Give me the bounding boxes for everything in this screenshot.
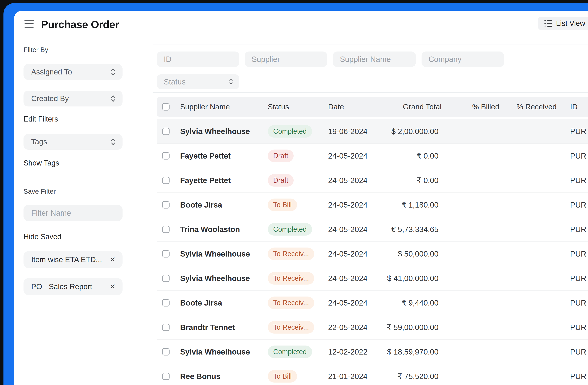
- grand-total-cell: $ 41,00,000.00: [385, 274, 439, 283]
- table-row[interactable]: Trina Woolaston Completed 24-05-2024 € 5…: [157, 217, 588, 242]
- row-checkbox[interactable]: [162, 128, 169, 135]
- id-cell: PUR: [570, 201, 586, 209]
- header-divider: [153, 45, 588, 45]
- chevron-up-down-icon: [110, 94, 116, 103]
- grand-total-cell: ₹ 75,520.00: [385, 372, 439, 381]
- date-cell: 24-05-2024: [328, 176, 368, 185]
- grand-total-cell: ₹ 9,440.00: [385, 298, 439, 307]
- id-cell: PUR: [570, 176, 586, 185]
- column-header-status[interactable]: Status: [268, 103, 289, 111]
- hamburger-menu-icon[interactable]: [24, 20, 34, 28]
- column-header-received[interactable]: % Received: [517, 103, 557, 111]
- row-checkbox[interactable]: [162, 152, 169, 159]
- grand-total-cell: $ 50,000.00: [385, 249, 439, 258]
- page-title: Purchase Order: [41, 18, 119, 31]
- grand-total-cell: $ 2,00,000.00: [385, 127, 439, 136]
- supplier-name-cell: Boote Jirsa: [180, 201, 222, 209]
- row-checkbox[interactable]: [162, 275, 169, 282]
- id-filter-input[interactable]: [157, 51, 239, 67]
- row-checkbox[interactable]: [162, 299, 169, 307]
- assigned-to-select[interactable]: Assigned To: [23, 64, 123, 80]
- status-filter-select[interactable]: Status: [157, 74, 239, 89]
- row-checkbox[interactable]: [162, 177, 169, 184]
- status-badge: To Receiv...: [268, 296, 314, 309]
- column-header-billed[interactable]: % Billed: [472, 103, 499, 111]
- table-row[interactable]: Brandtr Tennet To Receiv... 22-05-2024 ₹…: [157, 315, 588, 340]
- row-checkbox[interactable]: [162, 373, 169, 380]
- status-badge: Completed: [268, 125, 312, 137]
- saved-filter-item[interactable]: PO - Sales Report ✕: [23, 278, 123, 295]
- status-cell: Completed: [268, 125, 312, 137]
- status-cell: To Receiv...: [268, 321, 314, 334]
- list-view-label: List View: [556, 19, 585, 28]
- supplier-name-filter-input[interactable]: [333, 51, 416, 67]
- close-icon[interactable]: ✕: [110, 283, 116, 290]
- table-row[interactable]: Sylvia Wheelhouse To Receiv... 24-05-202…: [157, 266, 588, 291]
- date-cell: 19-06-2024: [328, 127, 368, 136]
- row-checkbox[interactable]: [162, 348, 169, 356]
- table-row[interactable]: Sylvia Wheelhouse Completed 12-02-2022 $…: [157, 340, 588, 364]
- supplier-name-cell: Trina Woolaston: [180, 225, 240, 234]
- grand-total-cell: ₹ 0.00: [385, 151, 439, 160]
- column-header-id[interactable]: ID: [570, 103, 578, 111]
- company-filter-input[interactable]: [421, 51, 504, 67]
- date-cell: 12-02-2022: [328, 348, 368, 356]
- id-cell: PUR: [570, 127, 586, 136]
- filter-name-input[interactable]: [23, 205, 123, 221]
- table-row[interactable]: Fayette Pettet Draft 24-05-2024 ₹ 0.00 P…: [157, 168, 588, 193]
- table-header: Supplier Name Status Date Grand Total % …: [157, 97, 588, 117]
- table-row[interactable]: Ree Bonus To Bill 21-01-2024 ₹ 75,520.00…: [157, 364, 588, 385]
- status-cell: Completed: [268, 345, 312, 358]
- row-checkbox[interactable]: [162, 201, 169, 208]
- list-view-button[interactable]: List View: [538, 17, 588, 30]
- id-cell: PUR: [570, 274, 586, 283]
- id-cell: PUR: [570, 299, 586, 307]
- date-cell: 24-05-2024: [328, 225, 368, 234]
- status-cell: To Receiv...: [268, 296, 314, 309]
- grand-total-cell: ₹ 1,180.00: [385, 200, 439, 209]
- column-header-supplier-name[interactable]: Supplier Name: [180, 103, 230, 111]
- status-badge: To Receiv...: [268, 321, 314, 334]
- status-badge: Draft: [268, 174, 294, 186]
- row-checkbox[interactable]: [162, 324, 169, 331]
- grand-total-cell: ₹ 0.00: [385, 176, 439, 185]
- filters-divider: [153, 92, 588, 93]
- edit-filters-link[interactable]: Edit Filters: [23, 115, 58, 123]
- date-cell: 24-05-2024: [328, 152, 368, 160]
- row-checkbox[interactable]: [162, 226, 169, 233]
- grand-total-cell: € 5,73,334.65: [385, 225, 439, 234]
- table-row[interactable]: Fayette Pettet Draft 24-05-2024 ₹ 0.00 P…: [157, 144, 588, 168]
- table-row[interactable]: Boote Jirsa To Receiv... 24-05-2024 ₹ 9,…: [157, 291, 588, 315]
- status-badge: To Receiv...: [268, 248, 314, 260]
- supplier-name-cell: Sylvia Wheelhouse: [180, 348, 250, 356]
- supplier-name-cell: Boote Jirsa: [180, 299, 222, 307]
- status-cell: To Receiv...: [268, 272, 314, 285]
- list-view-icon: [545, 20, 553, 27]
- table-body: Sylvia Wheelhouse Completed 19-06-2024 $…: [157, 119, 588, 385]
- date-cell: 24-05-2024: [328, 201, 368, 209]
- column-header-grand-total[interactable]: Grand Total: [382, 103, 441, 111]
- supplier-name-cell: Brandtr Tennet: [180, 323, 235, 332]
- saved-filter-item[interactable]: Item wise ETA ETD... ✕: [23, 251, 123, 268]
- table-row[interactable]: Boote Jirsa To Bill 24-05-2024 ₹ 1,180.0…: [157, 193, 588, 217]
- created-by-select[interactable]: Created By: [23, 91, 123, 107]
- hide-saved-link[interactable]: Hide Saved: [23, 233, 61, 241]
- supplier-name-cell: Sylvia Wheelhouse: [180, 274, 250, 283]
- column-header-date[interactable]: Date: [328, 103, 344, 111]
- supplier-name-cell: Sylvia Wheelhouse: [180, 249, 250, 258]
- show-tags-link[interactable]: Show Tags: [23, 159, 59, 167]
- supplier-filter-input[interactable]: [245, 51, 327, 67]
- chevron-up-down-icon: [229, 78, 233, 86]
- status-cell: Completed: [268, 223, 312, 235]
- date-cell: 24-05-2024: [328, 274, 368, 283]
- id-cell: PUR: [570, 348, 586, 356]
- table-row[interactable]: Sylvia Wheelhouse To Receiv... 24-05-202…: [157, 242, 588, 266]
- select-all-checkbox[interactable]: [162, 103, 169, 111]
- grand-total-cell: $ 18,59,970.00: [385, 348, 439, 356]
- status-badge: Completed: [268, 223, 312, 235]
- status-cell: To Bill: [268, 199, 297, 211]
- close-icon[interactable]: ✕: [110, 256, 116, 263]
- tags-select[interactable]: Tags: [23, 134, 123, 150]
- row-checkbox[interactable]: [162, 250, 169, 257]
- table-row[interactable]: Sylvia Wheelhouse Completed 19-06-2024 $…: [157, 119, 588, 144]
